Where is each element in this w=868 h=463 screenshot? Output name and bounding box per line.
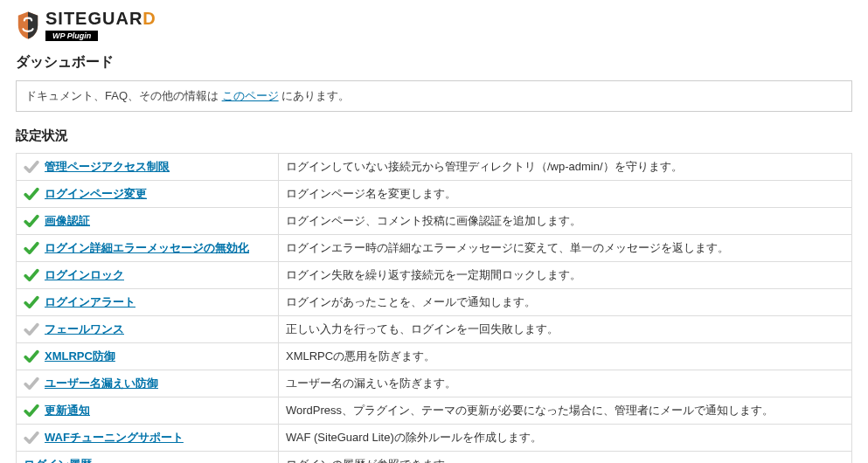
feature-name-cell: ログインロック [17, 262, 279, 289]
check-enabled-icon [24, 240, 39, 256]
feature-link[interactable]: XMLRPC防御 [45, 349, 115, 364]
table-row: XMLRPC防御XMLRPCの悪用を防ぎます。 [17, 343, 852, 370]
feature-link[interactable]: 画像認証 [45, 213, 90, 229]
section-title: 設定状況 [16, 128, 852, 144]
table-row: ログイン詳細エラーメッセージの無効化ログインエラー時の詳細なエラーメッセージに変… [17, 235, 852, 262]
brand-name: SITEGUARD [45, 9, 156, 29]
table-row: ログインページ変更ログインページ名を変更します。 [17, 181, 852, 208]
check-disabled-icon [24, 430, 39, 446]
feature-description: XMLRPCの悪用を防ぎます。 [279, 343, 852, 370]
feature-link[interactable]: フェールワンス [45, 321, 124, 337]
feature-name-cell: 管理ページアクセス制限 [17, 154, 279, 181]
feature-description: ログインページ名を変更します。 [279, 181, 852, 208]
check-disabled-icon [24, 376, 39, 391]
feature-link[interactable]: 管理ページアクセス制限 [45, 159, 170, 175]
feature-link[interactable]: ログインアラート [45, 294, 135, 310]
check-disabled-icon [24, 159, 39, 175]
feature-description: ログインの履歴が参照できます。 [279, 452, 852, 464]
info-link[interactable]: このページ [222, 89, 279, 102]
table-row: フェールワンス正しい入力を行っても、ログインを一回失敗します。 [17, 316, 852, 343]
feature-link[interactable]: ログイン詳細エラーメッセージの無効化 [45, 240, 249, 256]
feature-name-cell: ユーザー名漏えい防御 [17, 370, 279, 397]
feature-name-cell: ログインページ変更 [17, 181, 279, 208]
check-enabled-icon [24, 186, 39, 202]
check-enabled-icon [24, 267, 39, 283]
feature-link[interactable]: ログインページ変更 [45, 186, 147, 202]
page-title: ダッシュボード [16, 53, 852, 72]
settings-table: 管理ページアクセス制限ログインしていない接続元から管理ディレクトリ（/wp-ad… [16, 153, 852, 463]
feature-description: ログインエラー時の詳細なエラーメッセージに変えて、単一のメッセージを返します。 [279, 235, 852, 262]
table-row: 更新通知WordPress、プラグイン、テーマの更新が必要になった場合に、管理者… [17, 397, 852, 425]
info-notice: ドキュメント、FAQ、その他の情報は このページ にあります。 [16, 80, 852, 112]
feature-name-cell: WAFチューニングサポート [17, 425, 279, 452]
table-row: WAFチューニングサポートWAF (SiteGuard Lite)の除外ルールを… [17, 425, 852, 452]
table-row: ユーザー名漏えい防御ユーザー名の漏えいを防ぎます。 [17, 370, 852, 397]
table-row: 画像認証ログインページ、コメント投稿に画像認証を追加します。 [17, 208, 852, 235]
feature-name-cell: ログイン履歴 [17, 452, 279, 464]
feature-description: ログインがあったことを、メールで通知します。 [279, 289, 852, 316]
feature-description: ログイン失敗を繰り返す接続元を一定期間ロックします。 [279, 262, 852, 289]
check-enabled-icon [24, 213, 39, 229]
feature-description: ログインしていない接続元から管理ディレクトリ（/wp-admin/）を守ります。 [279, 154, 852, 181]
feature-name-cell: ログインアラート [17, 289, 279, 316]
plugin-logo: SITEGUARD WP Plugin [16, 9, 852, 41]
brand-subtitle: WP Plugin [45, 31, 98, 41]
check-enabled-icon [24, 403, 39, 418]
feature-description: ユーザー名の漏えいを防ぎます。 [279, 370, 852, 397]
feature-link[interactable]: 更新通知 [45, 403, 90, 418]
check-enabled-icon [24, 294, 39, 310]
info-text-suffix: にあります。 [279, 89, 351, 102]
table-row: 管理ページアクセス制限ログインしていない接続元から管理ディレクトリ（/wp-ad… [17, 154, 852, 181]
feature-description: WAF (SiteGuard Lite)の除外ルールを作成します。 [279, 425, 852, 452]
feature-link[interactable]: WAFチューニングサポート [45, 430, 184, 446]
check-disabled-icon [24, 321, 39, 337]
info-text-prefix: ドキュメント、FAQ、その他の情報は [25, 89, 222, 102]
feature-name-cell: XMLRPC防御 [17, 343, 279, 370]
table-row: ログインアラートログインがあったことを、メールで通知します。 [17, 289, 852, 316]
feature-description: WordPress、プラグイン、テーマの更新が必要になった場合に、管理者にメール… [279, 397, 852, 425]
feature-name-cell: 更新通知 [17, 397, 279, 425]
feature-description: ログインページ、コメント投稿に画像認証を追加します。 [279, 208, 852, 235]
check-enabled-icon [24, 349, 39, 364]
feature-name-cell: ログイン詳細エラーメッセージの無効化 [17, 235, 279, 262]
feature-link[interactable]: ユーザー名漏えい防御 [45, 376, 158, 391]
feature-name-cell: 画像認証 [17, 208, 279, 235]
feature-link[interactable]: ログイン履歴 [24, 457, 92, 463]
table-row: ログイン履歴ログインの履歴が参照できます。 [17, 452, 852, 464]
feature-name-cell: フェールワンス [17, 316, 279, 343]
feature-description: 正しい入力を行っても、ログインを一回失敗します。 [279, 316, 852, 343]
table-row: ログインロックログイン失敗を繰り返す接続元を一定期間ロックします。 [17, 262, 852, 289]
feature-link[interactable]: ログインロック [45, 267, 124, 283]
shield-icon [16, 10, 40, 40]
